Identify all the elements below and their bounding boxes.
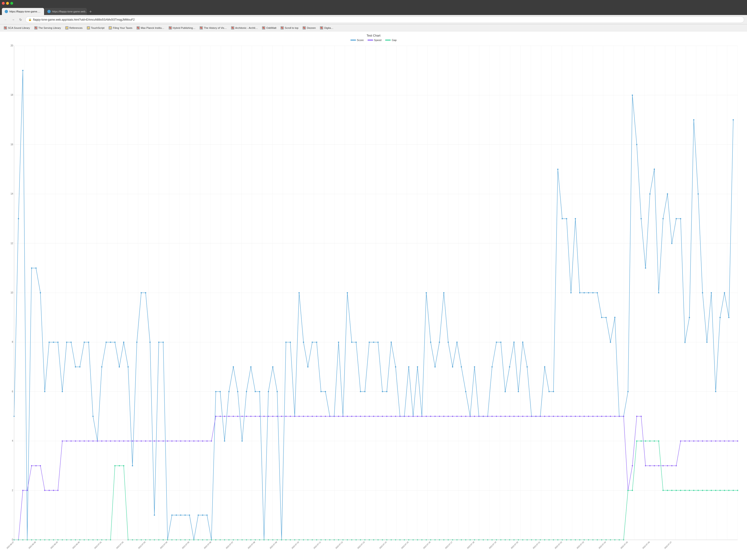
bookmark-dezeen-label: Dezeen xyxy=(307,26,316,29)
bookmark-sca-label: SCA Sound Library xyxy=(8,26,30,29)
tab-2[interactable]: https://flappy-tone-game.web… ✕ xyxy=(45,8,87,15)
chart-title: Test Chart xyxy=(5,34,742,37)
bookmark-digita[interactable]: 🔖 Digita… xyxy=(318,25,335,31)
traffic-lights xyxy=(2,2,13,5)
bookmark-serving-label: The Serving Library xyxy=(38,26,61,29)
bookmark-filing-label: Filing Your Taxes xyxy=(113,26,132,29)
chart-canvas xyxy=(5,43,742,559)
bookmark-architonic-icon: 🔖 xyxy=(231,26,234,29)
tab-1-label: https://flappy-tone-game.… xyxy=(9,10,41,13)
bookmark-maxplanck-icon: 🔖 xyxy=(136,26,140,29)
back-button[interactable]: ← xyxy=(3,17,8,23)
bookmark-scroll-label: Scroll to top xyxy=(285,26,298,29)
tab-bar: https://flappy-tone-game.… ✕ https://fla… xyxy=(0,6,747,15)
tab-2-favicon xyxy=(47,10,51,13)
bookmark-references[interactable]: 📁 References xyxy=(63,25,84,31)
bookmark-history-label: The History of Vis… xyxy=(204,26,227,29)
legend-speed-label: Speed xyxy=(374,39,382,42)
bookmark-hybrid[interactable]: 🔖 Hybrid Publishing… xyxy=(167,25,198,31)
bookmark-dezeen[interactable]: 🔖 Dezeen xyxy=(301,25,317,31)
forward-button[interactable]: → xyxy=(10,17,16,23)
bookmark-sca[interactable]: 🔖 SCA Sound Library xyxy=(2,25,32,31)
bookmarks-bar: 🔖 SCA Sound Library 🔖 The Serving Librar… xyxy=(0,24,747,31)
bookmark-architonic[interactable]: 🔖 Architonic - Archit… xyxy=(229,25,260,31)
tab-1-close[interactable]: ✕ xyxy=(43,10,44,13)
legend-speed: Speed xyxy=(367,39,382,42)
bookmark-history[interactable]: 🔖 The History of Vis… xyxy=(198,25,229,31)
bookmark-oddwatt-icon: 🔖 xyxy=(262,26,265,29)
legend-score: Score xyxy=(351,39,364,42)
browser-frame: https://flappy-tone-game.… ✕ https://fla… xyxy=(0,0,747,560)
chart-container: Test Chart Score Speed Gap xyxy=(0,31,747,560)
bookmark-maxplanck[interactable]: 🔖 Max Planck Institu… xyxy=(135,25,166,31)
page-content: Test Chart Score Speed Gap xyxy=(0,31,747,560)
bookmark-digita-icon: 🔖 xyxy=(320,26,323,29)
bookmark-sca-icon: 🔖 xyxy=(4,26,7,29)
bookmark-maxplanck-label: Max Planck Institu… xyxy=(141,26,164,29)
lock-icon: 🔒 xyxy=(28,18,32,21)
bookmark-references-icon: 📁 xyxy=(65,26,69,29)
bookmark-history-icon: 🔖 xyxy=(200,26,203,29)
chart-legend: Score Speed Gap xyxy=(5,39,742,42)
bookmark-hybrid-icon: 🔖 xyxy=(169,26,172,29)
tab-1[interactable]: https://flappy-tone-game.… ✕ xyxy=(2,8,44,15)
bookmark-touchscript-icon: 📁 xyxy=(87,26,90,29)
bookmark-references-label: References xyxy=(70,26,82,29)
bookmark-oddwatt[interactable]: 🔖 OddWatt xyxy=(260,25,278,31)
close-button[interactable] xyxy=(2,2,5,5)
bookmark-touchscript-label: TouchScript xyxy=(91,26,104,29)
bookmark-filing[interactable]: 📁 Filing Your Taxes xyxy=(107,25,134,31)
address-text: flappy-tone-game.web.app/stats.html?uid=… xyxy=(33,18,135,21)
maximize-button[interactable] xyxy=(10,2,13,5)
minimize-button[interactable] xyxy=(6,2,9,5)
legend-gap-label: Gap xyxy=(392,39,396,42)
tab-1-favicon xyxy=(5,10,8,13)
tab-2-label: https://flappy-tone-game.web… xyxy=(52,10,87,13)
title-bar xyxy=(0,0,747,6)
bookmark-serving[interactable]: 🔖 The Serving Library xyxy=(32,25,63,31)
bookmark-touchscript[interactable]: 📁 TouchScript xyxy=(85,25,106,31)
address-bar[interactable]: 🔒 flappy-tone-game.web.app/stats.html?ui… xyxy=(25,17,744,23)
bookmark-scroll[interactable]: 🔖 Scroll to top xyxy=(279,25,300,31)
legend-gap-color xyxy=(385,39,391,41)
bookmark-hybrid-label: Hybrid Publishing… xyxy=(173,26,196,29)
bookmark-scroll-icon: 🔖 xyxy=(281,26,284,29)
new-tab-button[interactable]: + xyxy=(87,8,94,15)
legend-speed-color xyxy=(367,39,373,41)
bookmark-digita-label: Digita… xyxy=(324,26,333,29)
legend-score-color xyxy=(351,39,356,41)
nav-bar: ← → ↻ 🔒 flappy-tone-game.web.app/stats.h… xyxy=(0,15,747,24)
legend-score-label: Score xyxy=(357,39,364,42)
reload-button[interactable]: ↻ xyxy=(18,17,23,23)
bookmark-architonic-label: Architonic - Archit… xyxy=(235,26,258,29)
legend-gap: Gap xyxy=(385,39,396,42)
bookmark-filing-icon: 📁 xyxy=(109,26,112,29)
bookmark-dezeen-icon: 🔖 xyxy=(303,26,306,29)
bookmark-oddwatt-label: OddWatt xyxy=(266,26,276,29)
bookmark-serving-icon: 🔖 xyxy=(34,26,37,29)
chart-area xyxy=(5,43,742,559)
